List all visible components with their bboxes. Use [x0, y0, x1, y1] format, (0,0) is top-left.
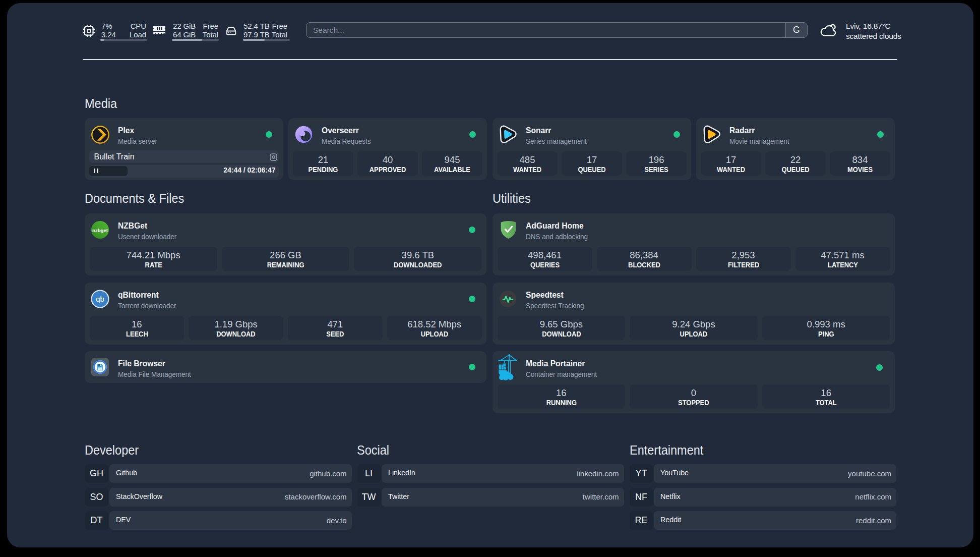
- svg-text:qb: qb: [96, 295, 104, 303]
- svg-text:nzbget: nzbget: [92, 228, 108, 233]
